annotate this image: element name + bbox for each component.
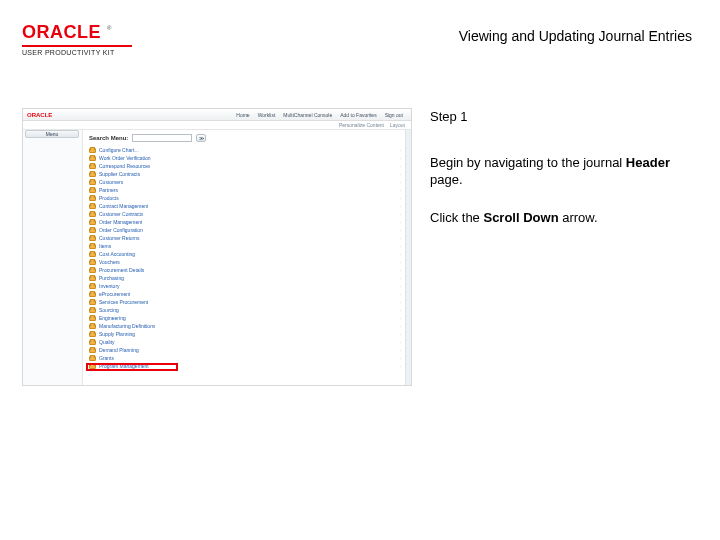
brand-block: ORACLE ® USER PRODUCTIVITY KIT [22,22,142,56]
app-content: Search Menu: ≫ Configure Chart…·Work Ord… [83,130,411,385]
folder-icon [89,292,96,297]
tree-item-label: Order Management [99,219,142,225]
tree-item[interactable]: Order Management· [89,218,405,226]
tree-item-label: Customers [99,179,123,185]
nav-link[interactable]: Home [236,112,249,118]
tree-item[interactable]: Demand Planning· [89,346,405,354]
folder-icon [89,220,96,225]
nav-tree: Configure Chart…·Work Order Verification… [89,146,405,370]
tree-item[interactable]: Sourcing· [89,306,405,314]
tree-item[interactable]: eProcurement· [89,290,405,298]
tree-item[interactable]: Order Configuration· [89,226,405,234]
tree-item[interactable]: Cost Accounting· [89,250,405,258]
folder-icon [89,356,96,361]
app-subnav: Personalize Content Layout [23,121,411,130]
tree-item[interactable]: Customer Returns· [89,234,405,242]
nav-link[interactable]: Worklist [258,112,276,118]
text-bold: Header [626,155,670,170]
folder-icon [89,196,96,201]
search-input[interactable] [132,134,192,142]
tree-item-label: Products [99,195,119,201]
nav-link[interactable]: Sign out [385,112,403,118]
tree-item[interactable]: Purchasing· [89,274,405,282]
folder-icon [89,284,96,289]
tree-item-label: Customer Contracts [99,211,143,217]
folder-icon [89,244,96,249]
app-screenshot: ORACLE Home Worklist MultiChannel Consol… [22,108,412,386]
folder-icon [89,300,96,305]
app-top-nav: Home Worklist MultiChannel Console Add t… [236,112,411,118]
scrollbar[interactable] [405,130,411,385]
tree-item[interactable]: Engineering· [89,314,405,322]
folder-icon [89,332,96,337]
tree-item-label: Supply Planning [99,331,135,337]
brand-subtitle: USER PRODUCTIVITY KIT [22,49,142,56]
folder-icon [89,204,96,209]
tree-item[interactable]: Quality· [89,338,405,346]
tree-item[interactable]: Manufacturing Definitions· [89,322,405,330]
tree-item-label: Manufacturing Definitions [99,323,155,329]
tree-item-label: Sourcing [99,307,119,313]
tree-item-label: Quality [99,339,115,345]
tree-item-label: Procurement Details [99,267,144,273]
nav-link[interactable]: Add to Favorites [340,112,376,118]
tree-item-label: Engineering [99,315,126,321]
tree-item-label: Customer Returns [99,235,140,241]
tree-item-label: Grants [99,355,114,361]
instruction-panel: Step 1 Begin by navigating to the journa… [430,108,690,386]
tree-item[interactable]: Items· [89,242,405,250]
subnav-link[interactable]: Personalize Content [339,122,384,128]
folder-icon [89,348,96,353]
folder-icon [89,212,96,217]
tree-item[interactable]: Configure Chart…· [89,146,405,154]
tree-item[interactable]: Customer Contracts· [89,210,405,218]
folder-icon [89,276,96,281]
tree-item[interactable]: Supplier Contracts· [89,170,405,178]
tree-item[interactable]: Vouchers· [89,258,405,266]
folder-icon [89,324,96,329]
text: page. [430,172,463,187]
folder-icon [89,260,96,265]
tree-item-label: Configure Chart… [99,147,139,153]
tree-item-label: Supplier Contracts [99,171,140,177]
tree-item[interactable]: Products· [89,194,405,202]
tree-item[interactable]: Correspond Resources· [89,162,405,170]
folder-icon [89,156,96,161]
instruction-line-2: Click the Scroll Down arrow. [430,209,690,227]
text: Click the [430,210,483,225]
search-label: Search Menu: [89,135,128,141]
nav-link[interactable]: MultiChannel Console [283,112,332,118]
step-number: Step 1 [430,108,690,126]
folder-icon [89,268,96,273]
folder-icon [89,148,96,153]
tree-item[interactable]: Procurement Details· [89,266,405,274]
tree-item[interactable]: Partners· [89,186,405,194]
brand-name: ORACLE [22,22,101,43]
tree-item-label: Contract Management [99,203,148,209]
page-title: Viewing and Updating Journal Entries [459,28,692,44]
search-go-button[interactable]: ≫ [196,134,206,142]
folder-icon [89,172,96,177]
folder-icon [89,308,96,313]
folder-icon [89,164,96,169]
tree-item-label: Work Order Verification [99,155,151,161]
tree-item[interactable]: Services Procurement· [89,298,405,306]
tree-item-label: eProcurement [99,291,130,297]
tree-item[interactable]: Customers· [89,178,405,186]
tree-item[interactable]: Contract Management· [89,202,405,210]
tree-item[interactable]: Work Order Verification· [89,154,405,162]
tutorial-highlight [86,363,178,371]
tree-item[interactable]: Inventory· [89,282,405,290]
menu-pill[interactable]: Menu [25,130,79,138]
tree-item-label: Correspond Resources [99,163,150,169]
text: Begin by navigating to the journal [430,155,626,170]
instruction-line-1: Begin by navigating to the journal Heade… [430,154,690,189]
trademark: ® [107,25,111,31]
text-bold: Scroll Down [483,210,558,225]
tree-item-label: Order Configuration [99,227,143,233]
subnav-link[interactable]: Layout [390,122,405,128]
tree-item[interactable]: Grants· [89,354,405,362]
folder-icon [89,228,96,233]
tree-item[interactable]: Supply Planning· [89,330,405,338]
tree-item-label: Vouchers [99,259,120,265]
